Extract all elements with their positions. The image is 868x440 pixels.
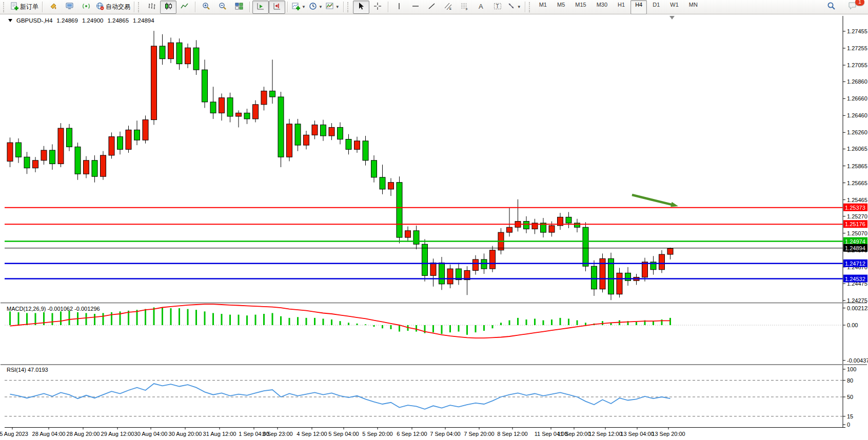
styler-button[interactable] [45,1,62,14]
svg-text:1.25176: 1.25176 [845,221,865,227]
terminal-panel-button[interactable] [62,1,78,14]
terminal-window: 新订单 自动交易 [0,0,868,440]
templates-dropdown-button[interactable]: ▼ [324,1,341,14]
candle-down [363,141,368,161]
line-chart-mode-button[interactable] [176,1,193,14]
timeframe-button-MN[interactable]: MN [684,0,702,14]
arrows-icon [507,2,516,12]
timeframe-button-H4[interactable]: H4 [630,0,647,14]
timeframe-button-M5[interactable]: M5 [553,0,569,14]
search-button[interactable] [823,1,839,14]
new-order-icon [10,2,18,12]
chart-info-line: GBPUSD-,H4 1.24869 1.24900 1.24865 1.248… [8,17,154,24]
candlestick-mode-button[interactable] [160,1,176,14]
svg-text:1.26660: 1.26660 [847,95,867,102]
candle-up [473,259,479,270]
svg-text:1.24894: 1.24894 [845,245,865,251]
candle-up [185,48,191,64]
svg-text:12 Sep 12:00: 12 Sep 12:00 [588,431,622,437]
zoom-out-icon [219,2,227,12]
arrows-tool-button[interactable]: ▼ [506,1,523,14]
svg-text:31 Aug 12:00: 31 Aug 12:00 [203,431,236,437]
candle-up [388,183,394,189]
fibonacci-tool-button[interactable]: F [457,1,473,14]
candle-up [447,269,453,284]
candle-up [219,98,225,113]
text-icon: A [477,2,485,12]
svg-text:28 Aug 04:00: 28 Aug 04:00 [32,431,66,437]
new-order-button[interactable]: 新订单 [9,1,40,14]
svg-text:1.25070: 1.25070 [847,230,867,236]
auto-scroll-button[interactable] [252,1,269,14]
auto-trading-button[interactable]: 自动交易 [94,1,132,14]
toolbar-grip[interactable] [138,2,142,12]
svg-text:29 Aug 12:00: 29 Aug 12:00 [101,431,134,437]
svg-text:1.24974: 1.24974 [845,238,865,245]
monitor-icon [66,2,74,12]
tile-windows-button[interactable] [231,1,247,14]
vertical-line-icon [395,2,403,12]
timeframe-button-D1[interactable]: D1 [648,0,664,14]
candle-down [422,244,428,275]
svg-text:T: T [496,4,499,9]
candle-down [439,263,445,284]
signal-icon [82,2,90,12]
notifications-button[interactable]: 1 [844,1,861,14]
candle-down [397,183,402,237]
candle-down [210,102,216,113]
timeframe-button-M30[interactable]: M30 [592,0,612,14]
candle-up [354,141,360,150]
zoom-out-button[interactable] [214,1,231,14]
candle-up [84,161,89,174]
chart-high-value: 1.24900 [82,17,104,24]
periods-dropdown-button[interactable]: ▼ [307,1,324,14]
bar-chart-mode-button[interactable] [144,1,160,14]
tile-windows-icon [235,2,243,12]
collapse-arrow-icon[interactable] [8,19,12,22]
timeframe-button-W1[interactable]: W1 [665,0,683,14]
equidistant-channel-icon: E [444,2,452,12]
svg-text:E: E [449,7,451,10]
signals-button[interactable] [78,1,94,14]
candle-down [371,161,377,177]
svg-text:1.25865: 1.25865 [847,163,867,169]
text-label-icon: T [494,2,502,12]
channel-tool-button[interactable]: E [440,1,457,14]
vertical-line-tool-button[interactable] [391,1,407,14]
chart-shift-button[interactable] [269,1,285,14]
globe-icon [96,2,104,12]
candle-down [176,43,182,64]
horizontal-line-tool-button[interactable] [407,1,424,14]
candle-down [50,150,55,164]
candle-down [117,137,123,150]
candle-up [58,128,64,164]
toolbar-grip[interactable] [347,2,351,12]
svg-text:15: 15 [847,413,853,419]
chevron-down-icon: ▼ [517,5,521,9]
text-label-tool-button[interactable]: T [489,1,506,14]
toolbar-grip[interactable] [529,2,532,12]
chart-symbol-period: GBPUSD-,H4 [16,17,52,24]
svg-text:1.27055: 1.27055 [847,62,867,68]
timeframe-button-H1[interactable]: H1 [613,0,629,14]
candle-down [278,97,284,157]
zoom-in-button[interactable] [198,1,214,14]
text-tool-button[interactable]: A [473,1,489,14]
line-chart-icon [181,2,189,12]
indicators-dropdown-button[interactable]: ▼ [290,1,307,14]
candle-down [67,128,72,147]
candle-up [549,226,555,232]
trendline-tool-button[interactable] [424,1,440,14]
toolbar-separator [287,2,288,12]
toolbar-grip[interactable] [3,2,7,12]
candle-down [193,48,199,70]
svg-text:1.25270: 1.25270 [847,213,867,219]
fibonacci-icon: F [461,2,469,12]
crosshair-tool-button[interactable] [369,1,386,14]
trendline-icon [428,2,436,12]
timeframe-button-M1[interactable]: M1 [535,0,551,14]
timeframe-button-M15[interactable]: M15 [570,0,590,14]
cursor-tool-button[interactable] [353,1,369,14]
zoom-in-icon [202,2,210,12]
chart-canvas[interactable]: 1.274551.272551.270551.268601.266601.264… [0,0,868,440]
